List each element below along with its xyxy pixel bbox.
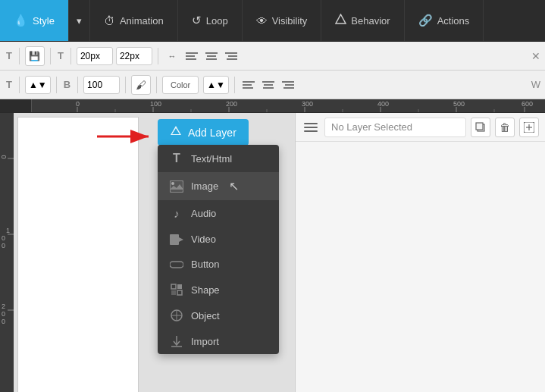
svg-text:200: 200 xyxy=(226,100,237,108)
align-left-icon[interactable] xyxy=(183,48,200,64)
svg-rect-8 xyxy=(228,55,237,57)
tab-animation[interactable]: ⏱ Animation xyxy=(90,0,178,41)
layer-list xyxy=(296,142,545,392)
svg-rect-19 xyxy=(32,99,545,113)
dropdown-item-image[interactable]: Image ↖ xyxy=(158,172,279,200)
dropdown-item-label-image: Image xyxy=(191,180,218,192)
font-label-2: T xyxy=(56,50,65,61)
svg-text:600: 600 xyxy=(522,100,533,108)
svg-rect-62 xyxy=(171,284,176,289)
align-icon-3[interactable] xyxy=(260,77,277,93)
color-picker[interactable]: Color xyxy=(162,76,199,94)
svg-rect-63 xyxy=(177,284,182,289)
dropdown-item-label-button: Button xyxy=(191,259,220,270)
tab-loop-label: Loop xyxy=(206,15,228,27)
dropdown-item-label-import: Import xyxy=(191,336,219,347)
button-icon xyxy=(170,260,183,269)
align-icon-4[interactable] xyxy=(280,77,296,93)
font-weight-input[interactable] xyxy=(83,76,120,94)
align-icon-2[interactable] xyxy=(240,77,257,93)
sep-1 xyxy=(19,48,20,64)
layer-trash-btn[interactable]: 🗑 xyxy=(495,118,515,137)
svg-rect-6 xyxy=(206,58,217,60)
shape-icon xyxy=(170,284,183,296)
paint-icon[interactable]: 🖌 xyxy=(131,75,151,95)
svg-rect-3 xyxy=(186,58,196,60)
visibility-icon: 👁 xyxy=(256,14,268,27)
dropdown-item-label-object: Object xyxy=(191,310,220,321)
align-icon[interactable]: ↔ xyxy=(164,48,180,64)
cursor-indicator: ↖ xyxy=(229,179,239,193)
dropdown-item-audio[interactable]: ♪ Audio xyxy=(158,200,279,227)
tab-behavior[interactable]: Behavior xyxy=(321,0,404,41)
style-icon: 💧 xyxy=(14,14,28,27)
canvas-area[interactable]: Add Layer T Text/Html Image ↖ ♪ Audio xyxy=(14,113,295,392)
ruler-corner xyxy=(0,99,32,112)
svg-rect-9 xyxy=(227,58,237,60)
layer-extra-btn[interactable] xyxy=(519,118,539,137)
color-select-caret: ▲▼ xyxy=(207,80,225,90)
align-center-icon[interactable] xyxy=(203,48,220,64)
svg-text:400: 400 xyxy=(377,100,389,108)
color-label: Color xyxy=(171,80,190,89)
x-close[interactable]: ✕ xyxy=(531,50,540,62)
color-select[interactable]: ▲▼ xyxy=(203,76,229,94)
dropdown-item-video[interactable]: Video xyxy=(158,227,279,252)
svg-rect-2 xyxy=(186,55,195,57)
ruler-vertical: 0 1 0 0 2 0 0 xyxy=(0,113,14,392)
dropdown-item-object[interactable]: Object xyxy=(158,303,279,328)
font-select-caret: ▲▼ xyxy=(29,80,47,90)
tab-visibility-label: Visibility xyxy=(272,15,308,27)
canvas-white xyxy=(17,117,139,392)
dropdown-item-shape[interactable]: Shape xyxy=(158,277,279,303)
arrow-indicator xyxy=(97,125,158,150)
svg-text:0: 0 xyxy=(0,155,8,158)
layer-copy-btn[interactable] xyxy=(471,118,490,137)
layer-menu-icon[interactable] xyxy=(302,118,320,136)
tab-animation-label: Animation xyxy=(120,15,164,27)
svg-rect-65 xyxy=(177,290,182,295)
bold-label: B xyxy=(62,79,72,90)
svg-text:0: 0 xyxy=(2,234,5,242)
svg-rect-64 xyxy=(171,290,176,295)
line-height-input[interactable] xyxy=(116,47,152,65)
sep-4 xyxy=(158,48,158,64)
dropdown-item-import[interactable]: Import xyxy=(158,328,279,354)
svg-marker-0 xyxy=(336,14,346,24)
dropdown-item-button[interactable]: Button xyxy=(158,252,279,277)
align-right-icon[interactable] xyxy=(223,48,240,64)
sep-9 xyxy=(156,77,157,93)
tab-actions[interactable]: 🔗 Actions xyxy=(405,0,484,41)
svg-rect-40 xyxy=(0,113,14,392)
sep-3 xyxy=(70,48,71,64)
svg-rect-16 xyxy=(282,81,294,83)
svg-rect-18 xyxy=(283,87,294,89)
animation-icon: ⏱ xyxy=(104,14,115,27)
save-btn[interactable]: 💾 xyxy=(25,46,45,66)
svg-marker-60 xyxy=(179,237,183,242)
sep-10 xyxy=(234,77,235,93)
font-label-3: T xyxy=(5,79,14,90)
add-layer-label: Add Layer xyxy=(188,127,236,139)
video-icon xyxy=(170,234,183,245)
sep-6 xyxy=(56,77,57,93)
svg-rect-17 xyxy=(285,84,294,86)
svg-rect-5 xyxy=(207,55,216,57)
toolbar-row-2: T ▲▼ B 🖌 Color ▲▼ W xyxy=(0,71,545,99)
dropdown-item-text-html[interactable]: T Text/Html xyxy=(158,145,279,172)
tab-style[interactable]: 💧 Style xyxy=(0,0,69,41)
no-layer-selected: No Layer Selected xyxy=(324,118,466,137)
sep-8 xyxy=(125,77,126,93)
tab-actions-label: Actions xyxy=(437,15,470,27)
font-select[interactable]: ▲▼ xyxy=(25,76,51,94)
font-size-input[interactable] xyxy=(77,47,113,65)
tab-dropdown-arrow[interactable]: ▾ xyxy=(69,0,90,41)
tab-loop[interactable]: ↺ Loop xyxy=(178,0,243,41)
svg-text:100: 100 xyxy=(150,100,161,108)
tab-visibility[interactable]: 👁 Visibility xyxy=(243,0,322,41)
ruler-horizontal: 0 100 200 300 400 500 600 xyxy=(0,99,545,113)
layer-toolbar: No Layer Selected 🗑 xyxy=(296,113,545,142)
svg-rect-59 xyxy=(170,234,179,245)
add-layer-button[interactable]: Add Layer xyxy=(158,119,249,146)
svg-rect-15 xyxy=(263,87,274,89)
